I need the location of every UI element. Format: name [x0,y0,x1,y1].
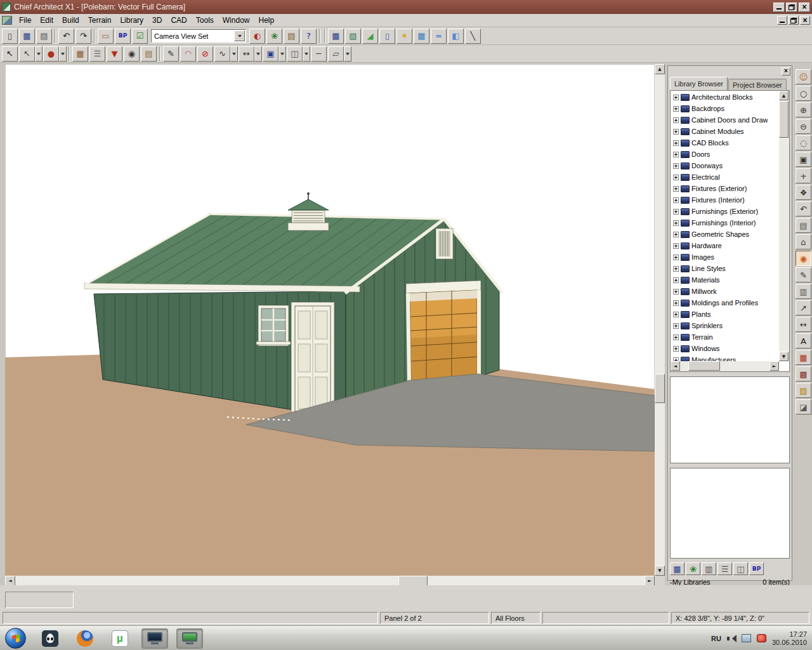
tree-item-geometric-shapes[interactable]: Geometric Shapes [671,229,779,240]
tape-measure-button[interactable]: ▭ [98,29,114,44]
tree-item-terrain[interactable]: Terrain [671,331,779,343]
notes-button[interactable]: ▤ [796,218,811,233]
tree-item-millwork[interactable]: Millwork [671,286,779,297]
tree-item-sprinklers[interactable]: Sprinklers [671,320,779,331]
expand-plus-icon[interactable] [673,106,679,112]
walkthrough-button[interactable]: ☺ [796,69,811,84]
panel-close-button[interactable]: × [782,67,790,76]
level-line-button[interactable]: ─ [311,46,327,62]
print-button[interactable]: ▤ [36,29,52,44]
expand-plus-icon[interactable] [673,129,679,135]
water-button[interactable]: ≈ [431,29,447,44]
cube-dropdown[interactable] [278,46,286,62]
minimize-button[interactable] [777,16,787,25]
expand-plus-icon[interactable] [673,163,679,169]
cabinet-button[interactable]: ▦ [72,46,88,62]
columns-button[interactable]: ☰ [717,562,732,575]
edit-select-button[interactable]: ↖ [19,46,35,62]
tree-item-furnishings-exterior[interactable]: Furnishings (Exterior) [671,206,779,217]
circle-tool-dropdown[interactable] [59,46,67,62]
column-button[interactable]: ▯ [379,29,395,44]
expand-plus-icon[interactable] [673,209,679,215]
window-frame-dropdown[interactable] [303,46,310,62]
menu-3d[interactable]: 3D [148,15,166,26]
expand-plus-icon[interactable] [673,312,679,317]
zoom-in-button[interactable]: ⊕ [796,102,811,117]
menu-window[interactable]: Window [218,15,254,26]
expand-plus-icon[interactable] [673,300,679,306]
terrain-slope-button[interactable]: ◢ [362,29,378,44]
tree-item-line-styles[interactable]: Line Styles [671,263,779,274]
start-button[interactable] [5,628,26,649]
backdrop-button[interactable]: ▧ [345,29,361,44]
plant-button[interactable]: ❀ [266,29,282,44]
tree-item-manufacturers[interactable]: Manufacturers [671,354,779,361]
save-button[interactable]: ▦ [19,29,35,44]
tree-item-electrical[interactable]: Electrical [671,171,779,183]
viewport-vertical-scrollbar[interactable]: ▲ ▼ [655,64,665,576]
cube-button[interactable]: ▣ [263,46,278,62]
pan-button[interactable]: ❖ [796,185,811,200]
north-arrow-button[interactable]: ↗ [796,300,811,315]
menu-tools[interactable]: Tools [192,15,218,26]
door-panel-button[interactable]: ◫ [733,562,748,575]
scroll-left-icon[interactable]: ◄ [671,361,680,371]
expand-plus-icon[interactable] [673,243,679,249]
contrast-button[interactable]: ◐ [249,29,265,44]
tree-hscroll-thumb[interactable] [688,361,720,371]
scroll-right-icon[interactable]: ► [769,361,779,371]
clock[interactable]: 17:27 30.06.2010 [772,630,807,647]
scroll-left-icon[interactable]: ◄ [5,576,15,586]
section-line-button[interactable]: ╲ [465,29,481,44]
layer-grid-button[interactable]: ▦ [796,350,811,365]
tree-item-backdrops[interactable]: Backdrops [671,103,779,114]
stamp-button[interactable]: ▼ [107,46,122,62]
expand-plus-icon[interactable] [673,289,679,295]
clipboard-button[interactable]: ▤ [141,46,157,62]
expand-plus-icon[interactable] [673,346,679,352]
expand-plus-icon[interactable] [673,152,679,157]
glass-pane-button[interactable]: ◧ [448,29,464,44]
tree-item-doors[interactable]: Doors [671,149,779,160]
document-system-icon[interactable] [2,16,12,25]
undo-zoom-button[interactable]: ◌ [796,135,811,150]
tree-item-architectural-blocks[interactable]: Architectural Blocks [671,91,779,103]
tree-item-windows[interactable]: Windows [671,343,779,354]
center-view-button[interactable]: + [796,168,811,183]
3d-view-canvas[interactable] [5,64,655,576]
viewport-horizontal-scrollbar[interactable]: ◄ ► [5,576,655,586]
tree-item-materials[interactable]: Materials [671,274,779,286]
expand-plus-icon[interactable] [673,255,679,260]
alien-app-button[interactable] [37,628,63,649]
sun-button[interactable]: ☀ [396,29,412,44]
edit-select-dropdown[interactable] [35,46,43,62]
menu-build[interactable]: Build [58,15,84,26]
arc-button[interactable]: ◠ [180,46,196,62]
tree-item-doorways[interactable]: Doorways [671,160,779,171]
expand-plus-icon[interactable] [673,117,679,123]
minimize-button[interactable] [773,3,785,12]
language-indicator[interactable]: RU [711,635,721,642]
redo-button[interactable]: ↷ [75,29,91,44]
tree-item-hardware[interactable]: Hardware [671,240,779,251]
restore-button[interactable] [786,3,797,12]
previous-view-button[interactable]: ↶ [796,201,811,216]
vector-view-button[interactable]: ▦ [328,29,344,44]
tree-item-plants[interactable]: Plants [671,308,779,320]
expand-plus-icon[interactable] [673,95,679,100]
antivirus-tray-icon[interactable] [757,634,766,642]
undo-button[interactable]: ↶ [58,29,74,44]
expand-plus-icon[interactable] [673,323,679,329]
panel-grid-button[interactable]: ▦ [414,29,429,44]
measure-button[interactable]: ↔ [796,317,811,332]
pencil-button[interactable]: ✎ [163,46,179,62]
expand-plus-icon[interactable] [673,266,679,272]
tree-item-images[interactable]: Images [671,251,779,263]
cube-3d-button[interactable]: ▱ [328,46,344,62]
expand-plus-icon[interactable] [673,335,679,340]
buildings-button[interactable]: ▦ [670,562,684,575]
expand-plus-icon[interactable] [673,175,679,180]
menu-edit[interactable]: Edit [36,15,58,26]
bp-button[interactable]: BP [749,562,764,575]
scroll-right-icon[interactable]: ► [645,576,655,586]
